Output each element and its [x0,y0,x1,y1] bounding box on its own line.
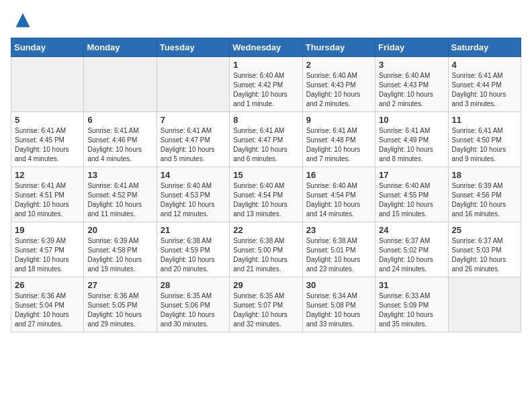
day-number: 6 [87,115,152,125]
logo [11,11,32,30]
calendar-cell: 31Sunrise: 6:33 AM Sunset: 5:09 PM Dayli… [375,277,448,332]
day-number: 29 [233,280,298,290]
day-info: Sunrise: 6:39 AM Sunset: 4:58 PM Dayligh… [87,236,152,274]
day-number: 25 [452,225,517,235]
day-info: Sunrise: 6:41 AM Sunset: 4:47 PM Dayligh… [161,126,226,164]
calendar-table: SundayMondayTuesdayWednesdayThursdayFrid… [11,38,521,332]
day-number: 21 [161,225,226,235]
day-info: Sunrise: 6:38 AM Sunset: 5:00 PM Dayligh… [233,236,298,274]
day-info: Sunrise: 6:40 AM Sunset: 4:42 PM Dayligh… [233,71,298,109]
day-info: Sunrise: 6:41 AM Sunset: 4:49 PM Dayligh… [379,126,444,164]
calendar-cell: 19Sunrise: 6:39 AM Sunset: 4:57 PM Dayli… [11,222,84,277]
day-info: Sunrise: 6:37 AM Sunset: 5:02 PM Dayligh… [379,236,444,274]
day-number: 28 [161,280,226,290]
day-number: 26 [15,280,80,290]
calendar-cell: 2Sunrise: 6:40 AM Sunset: 4:43 PM Daylig… [302,57,375,112]
day-number: 15 [233,170,298,180]
calendar-header-row: SundayMondayTuesdayWednesdayThursdayFrid… [11,38,521,57]
calendar-cell [157,57,229,112]
calendar-cell: 11Sunrise: 6:41 AM Sunset: 4:50 PM Dayli… [448,112,521,167]
calendar-cell: 7Sunrise: 6:41 AM Sunset: 4:47 PM Daylig… [157,112,229,167]
day-info: Sunrise: 6:41 AM Sunset: 4:46 PM Dayligh… [87,126,152,164]
day-number: 24 [379,225,444,235]
calendar-cell: 17Sunrise: 6:40 AM Sunset: 4:55 PM Dayli… [375,167,448,222]
day-info: Sunrise: 6:35 AM Sunset: 5:07 PM Dayligh… [233,291,298,329]
calendar-cell [84,57,157,112]
day-header-saturday: Saturday [448,38,521,57]
day-number: 22 [233,225,298,235]
day-info: Sunrise: 6:41 AM Sunset: 4:44 PM Dayligh… [452,71,517,109]
page-header [11,11,521,30]
day-number: 20 [87,225,152,235]
calendar-week-row: 26Sunrise: 6:36 AM Sunset: 5:04 PM Dayli… [11,277,521,332]
day-info: Sunrise: 6:35 AM Sunset: 5:06 PM Dayligh… [161,291,226,329]
day-header-sunday: Sunday [11,38,84,57]
calendar-cell: 24Sunrise: 6:37 AM Sunset: 5:02 PM Dayli… [375,222,448,277]
day-info: Sunrise: 6:41 AM Sunset: 4:52 PM Dayligh… [87,181,152,219]
day-info: Sunrise: 6:41 AM Sunset: 4:47 PM Dayligh… [233,126,298,164]
calendar-cell: 9Sunrise: 6:41 AM Sunset: 4:48 PM Daylig… [302,112,375,167]
day-header-thursday: Thursday [302,38,375,57]
day-info: Sunrise: 6:41 AM Sunset: 4:51 PM Dayligh… [15,181,80,219]
calendar-cell: 26Sunrise: 6:36 AM Sunset: 5:04 PM Dayli… [11,277,84,332]
day-number: 19 [15,225,80,235]
day-number: 8 [233,115,298,125]
calendar-cell: 16Sunrise: 6:40 AM Sunset: 4:54 PM Dayli… [302,167,375,222]
day-number: 14 [161,170,226,180]
calendar-cell: 14Sunrise: 6:40 AM Sunset: 4:53 PM Dayli… [157,167,229,222]
day-header-monday: Monday [84,38,157,57]
calendar-cell: 28Sunrise: 6:35 AM Sunset: 5:06 PM Dayli… [157,277,229,332]
day-number: 18 [452,170,517,180]
day-header-wednesday: Wednesday [230,38,302,57]
day-info: Sunrise: 6:41 AM Sunset: 4:45 PM Dayligh… [15,126,80,164]
day-info: Sunrise: 6:40 AM Sunset: 4:55 PM Dayligh… [379,181,444,219]
calendar-cell [448,277,521,332]
day-info: Sunrise: 6:36 AM Sunset: 5:05 PM Dayligh… [87,291,152,329]
calendar-week-row: 12Sunrise: 6:41 AM Sunset: 4:51 PM Dayli… [11,167,521,222]
day-info: Sunrise: 6:38 AM Sunset: 5:01 PM Dayligh… [306,236,371,274]
day-number: 17 [379,170,444,180]
calendar-cell: 18Sunrise: 6:39 AM Sunset: 4:56 PM Dayli… [448,167,521,222]
day-header-tuesday: Tuesday [157,38,229,57]
calendar-cell: 13Sunrise: 6:41 AM Sunset: 4:52 PM Dayli… [84,167,157,222]
day-number: 5 [15,115,80,125]
day-number: 9 [306,115,371,125]
day-number: 2 [306,60,371,70]
calendar-cell: 30Sunrise: 6:34 AM Sunset: 5:08 PM Dayli… [302,277,375,332]
day-number: 27 [87,280,152,290]
day-info: Sunrise: 6:39 AM Sunset: 4:56 PM Dayligh… [452,181,517,219]
day-number: 16 [306,170,371,180]
day-info: Sunrise: 6:40 AM Sunset: 4:54 PM Dayligh… [306,181,371,219]
calendar-cell: 10Sunrise: 6:41 AM Sunset: 4:49 PM Dayli… [375,112,448,167]
calendar-cell: 20Sunrise: 6:39 AM Sunset: 4:58 PM Dayli… [84,222,157,277]
day-info: Sunrise: 6:34 AM Sunset: 5:08 PM Dayligh… [306,291,371,329]
calendar-cell: 22Sunrise: 6:38 AM Sunset: 5:00 PM Dayli… [230,222,302,277]
calendar-cell: 4Sunrise: 6:41 AM Sunset: 4:44 PM Daylig… [448,57,521,112]
day-info: Sunrise: 6:41 AM Sunset: 4:50 PM Dayligh… [452,126,517,164]
day-info: Sunrise: 6:37 AM Sunset: 5:03 PM Dayligh… [452,236,517,274]
calendar-cell: 5Sunrise: 6:41 AM Sunset: 4:45 PM Daylig… [11,112,84,167]
calendar-cell: 29Sunrise: 6:35 AM Sunset: 5:07 PM Dayli… [230,277,302,332]
calendar-cell: 12Sunrise: 6:41 AM Sunset: 4:51 PM Dayli… [11,167,84,222]
calendar-week-row: 5Sunrise: 6:41 AM Sunset: 4:45 PM Daylig… [11,112,521,167]
day-header-friday: Friday [375,38,448,57]
day-number: 1 [233,60,298,70]
calendar-cell: 27Sunrise: 6:36 AM Sunset: 5:05 PM Dayli… [84,277,157,332]
calendar-cell: 21Sunrise: 6:38 AM Sunset: 4:59 PM Dayli… [157,222,229,277]
calendar-cell: 6Sunrise: 6:41 AM Sunset: 4:46 PM Daylig… [84,112,157,167]
day-info: Sunrise: 6:38 AM Sunset: 4:59 PM Dayligh… [161,236,226,274]
calendar-cell: 8Sunrise: 6:41 AM Sunset: 4:47 PM Daylig… [230,112,302,167]
day-number: 11 [452,115,517,125]
day-info: Sunrise: 6:41 AM Sunset: 4:48 PM Dayligh… [306,126,371,164]
calendar-cell: 23Sunrise: 6:38 AM Sunset: 5:01 PM Dayli… [302,222,375,277]
calendar-week-row: 19Sunrise: 6:39 AM Sunset: 4:57 PM Dayli… [11,222,521,277]
calendar-cell: 3Sunrise: 6:40 AM Sunset: 4:43 PM Daylig… [375,57,448,112]
day-number: 12 [15,170,80,180]
day-number: 13 [87,170,152,180]
day-info: Sunrise: 6:36 AM Sunset: 5:04 PM Dayligh… [15,291,80,329]
day-info: Sunrise: 6:39 AM Sunset: 4:57 PM Dayligh… [15,236,80,274]
day-info: Sunrise: 6:40 AM Sunset: 4:54 PM Dayligh… [233,181,298,219]
calendar-cell [11,57,84,112]
day-number: 23 [306,225,371,235]
logo-icon [13,11,32,30]
